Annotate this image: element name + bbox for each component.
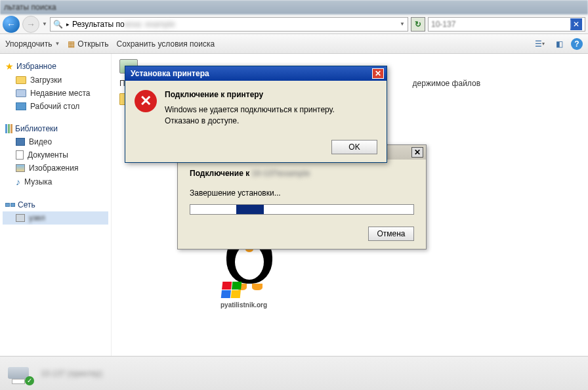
organize-label: Упорядочить (5, 39, 52, 49)
help-icon: ? (574, 39, 579, 49)
x-icon: ✕ (573, 20, 579, 29)
status-bar: ✓ 10-137 (принтер) (0, 356, 588, 390)
printer-install-error-dialog: Установка принтера ✕ ✕ Подключение к при… (125, 66, 387, 163)
error-message: Windows не удается подключиться к принте… (165, 104, 377, 127)
folder-icon (16, 89, 26, 97)
navigation-bar: ← → ▼ 🔍 ▸ Результаты поиска: example ▼ ↻… (0, 14, 588, 34)
favorites-heading[interactable]: ★Избранное (3, 59, 108, 74)
help-button[interactable]: ? (571, 38, 583, 50)
error-heading: Подключение к принтеру (165, 90, 377, 99)
status-text: 10-137 (принтер) (41, 369, 102, 378)
clear-search-button[interactable]: ✕ (570, 18, 582, 30)
sidebar-item-network-node[interactable]: узел (3, 211, 108, 225)
history-dropdown-icon[interactable]: ▼ (42, 21, 47, 27)
back-button[interactable]: ← (3, 16, 20, 33)
dialog-titlebar[interactable]: Установка принтера ✕ (125, 66, 387, 81)
chevron-down-icon: ▾ (542, 41, 545, 47)
close-button[interactable]: ✕ (372, 68, 384, 79)
music-icon: ♪ (16, 177, 20, 187)
view-mode-button[interactable]: ☰▾ (532, 37, 547, 51)
file-contents-hint: держимое файлов (413, 79, 480, 88)
libraries-icon (5, 124, 12, 133)
sidebar-item-documents[interactable]: Документы (3, 148, 108, 162)
close-icon: ✕ (414, 148, 421, 157)
check-icon: ✓ (25, 376, 34, 385)
sidebar-item-downloads[interactable]: Загрузки (3, 74, 108, 87)
address-dropdown-icon[interactable]: ▼ (400, 21, 405, 27)
close-icon: ✕ (375, 69, 381, 78)
close-button[interactable]: ✕ (411, 147, 423, 158)
folder-icon (16, 76, 26, 84)
progress-bar (190, 204, 414, 215)
sidebar-item-music[interactable]: ♪Музыка (3, 175, 108, 189)
computer-icon (16, 214, 25, 222)
sidebar-item-recent[interactable]: Недавние места (3, 87, 108, 100)
arrow-left-icon: ← (7, 19, 16, 30)
list-icon: ☰ (535, 39, 542, 49)
windows-flag-icon (221, 282, 242, 298)
sidebar-item-desktop[interactable]: Рабочий стол (3, 100, 108, 113)
search-icon: 🔍 (53, 19, 64, 30)
image-icon (16, 164, 25, 172)
chevron-right-icon: ▸ (66, 21, 70, 28)
network-icon (5, 203, 15, 207)
search-box[interactable]: ✕ (428, 17, 585, 32)
libraries-heading[interactable]: Библиотеки (3, 122, 108, 135)
forward-button[interactable]: → (22, 16, 39, 33)
open-icon: ▦ (68, 39, 75, 49)
window-title: льтаты поиска (4, 3, 56, 12)
dialog-title: Установка принтера (131, 69, 209, 78)
address-bar[interactable]: 🔍 ▸ Результаты поиска: example ▼ (50, 17, 408, 32)
error-icon: ✕ (135, 90, 157, 112)
mascot-label: pyatilistnik.org (220, 301, 267, 309)
organize-menu[interactable]: Упорядочить ▼ (5, 39, 60, 49)
open-label: Открыть (77, 39, 108, 49)
save-search-label: Сохранить условия поиска (116, 39, 215, 49)
search-input[interactable] (431, 20, 570, 29)
window-titlebar: льтаты поиска (0, 0, 588, 14)
cancel-button[interactable]: Отмена (368, 227, 414, 241)
star-icon: ★ (5, 61, 14, 72)
pane-icon: ◧ (556, 39, 563, 49)
progress-status: Завершение установки... (190, 188, 414, 198)
printer-icon: ✓ (8, 363, 34, 384)
refresh-button[interactable]: ↻ (411, 17, 425, 32)
sidebar-item-video[interactable]: Видео (3, 135, 108, 148)
chevron-down-icon: ▼ (54, 41, 60, 47)
address-text: Результаты поиска: example (72, 20, 175, 29)
desktop-icon (16, 102, 26, 110)
refresh-icon: ↻ (415, 20, 421, 29)
navigation-sidebar: ★Избранное Загрузки Недавние места Рабоч… (0, 54, 112, 356)
save-search-button[interactable]: Сохранить условия поиска (116, 39, 215, 49)
dialog-heading: Подключение к 10-137\example (190, 169, 414, 178)
arrow-right-icon: → (26, 19, 35, 30)
network-heading[interactable]: Сеть (3, 198, 108, 211)
sidebar-item-images[interactable]: Изображения (3, 162, 108, 175)
command-toolbar: Упорядочить ▼ ▦ Открыть Сохранить услови… (0, 34, 588, 54)
video-icon (16, 138, 25, 146)
open-button[interactable]: ▦ Открыть (68, 39, 108, 49)
preview-pane-button[interactable]: ◧ (551, 37, 567, 51)
ok-button[interactable]: OK (331, 140, 377, 154)
document-icon (16, 150, 24, 160)
